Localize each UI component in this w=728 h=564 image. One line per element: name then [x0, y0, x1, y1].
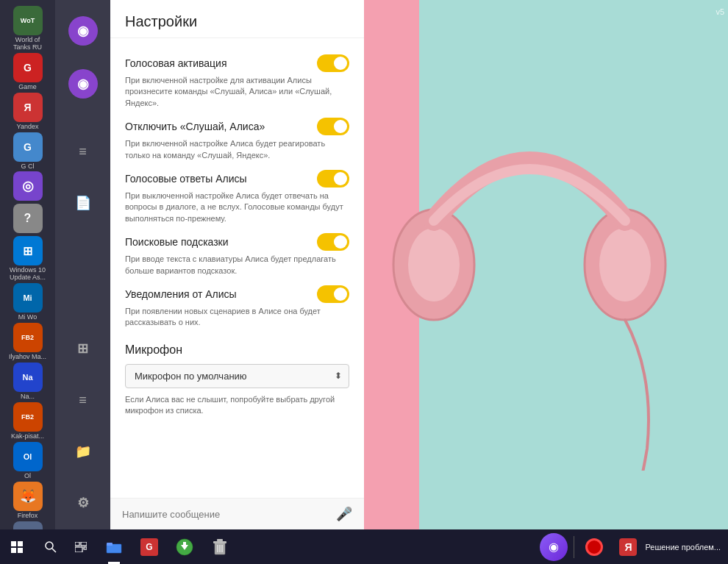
voice-activation-label: Голосовая активация	[125, 57, 227, 69]
sidebar-item-na[interactable]: Na Na...	[3, 363, 53, 401]
recycle-icon	[212, 538, 228, 556]
sidebar-left: WoT World ofTanks RU G Game Я Yandex G G…	[0, 0, 55, 529]
sidebar-item-yandex[interactable]: Я Yandex	[3, 93, 53, 131]
sidebar-label-firefox: Firefox	[18, 513, 38, 520]
sidebar2-item-settings[interactable]: ⚙	[58, 478, 108, 528]
voice-answers-desc: При выключенной настройке Алиса будет от…	[125, 190, 349, 224]
sidebar-label-mi: Mi Wo	[18, 314, 37, 321]
sidebar2-item-2[interactable]: ◉	[58, 59, 108, 109]
notifications-row: Уведомления от Алисы	[125, 285, 349, 303]
sidebar-item-mi[interactable]: Mi Mi Wo	[3, 283, 53, 321]
search-button[interactable]	[34, 529, 68, 564]
sidebar-label-game: Game	[18, 84, 37, 91]
sidebar-item-ol[interactable]: Ol Ol	[3, 442, 53, 480]
sidebar-item-g[interactable]: G G Cl	[3, 132, 53, 171]
mic-hint: Если Алиса вас не слышит, попробуйте выб…	[125, 394, 349, 417]
sidebar-label-yandex: Yandex	[17, 124, 39, 131]
sidebar-item-game[interactable]: G Game	[3, 53, 53, 91]
mic-select-label: Микрофон по умолчанию	[135, 371, 247, 382]
svg-line-5	[52, 549, 56, 552]
disable-listen-desc: При включенной настройке Алиса будет реа…	[125, 138, 349, 161]
search-icon	[45, 541, 57, 553]
taskbar-app-browser1[interactable]: G	[132, 529, 166, 564]
disable-listen-label: Отключить «Слушай, Алиса»	[125, 121, 265, 132]
browser1-icon: G	[140, 538, 158, 556]
mic-select[interactable]: Микрофон по умолчанию ⬍	[125, 364, 349, 388]
taskbar-opera[interactable]	[577, 529, 611, 564]
sidebar-item-fb2-ilyahov[interactable]: FB2 Ilyahov Ma...	[3, 323, 53, 361]
notifications-desc: При появлении новых сценариев в Алисе он…	[125, 306, 349, 329]
svg-rect-16	[213, 541, 226, 543]
sidebar-item-windows-update[interactable]: ⊞ Windows 10Update As...	[3, 236, 53, 282]
desktop: v5 WoT World ofTanks RU G Game Я Yandex …	[0, 0, 728, 564]
sidebar-item-firefox[interactable]: 🦊 Firefox	[3, 482, 53, 520]
voice-answers-toggle[interactable]	[317, 170, 349, 188]
voice-activation-desc: При включенной настройке для активации А…	[125, 75, 349, 109]
voice-answers-label: Голосовые ответы Алисы	[125, 173, 247, 185]
start-button[interactable]	[0, 529, 34, 564]
svg-rect-6	[75, 542, 79, 546]
sidebar2-item-doc[interactable]: 📄	[58, 178, 108, 228]
sidebar-item-wot[interactable]: WoT World ofTanks RU	[3, 6, 53, 51]
sidebar2-item-menu[interactable]: ≡	[58, 126, 108, 176]
svg-rect-17	[217, 539, 223, 541]
microphone-button[interactable]: 🎤	[336, 506, 352, 522]
taskbar-app-recycle[interactable]	[203, 529, 237, 564]
settings-title: Настройки	[110, 0, 364, 38]
task-view-button[interactable]	[68, 529, 94, 564]
version-text: v5	[715, 7, 724, 16]
search-hints-row: Поисковые подсказки	[125, 233, 349, 251]
sidebar-label-wot: World ofTanks RU	[13, 37, 42, 51]
svg-point-4	[46, 542, 53, 549]
svg-rect-11	[107, 543, 113, 546]
disable-listen-row: Отключить «Слушай, Алиса»	[125, 118, 349, 135]
sidebar-label-ol: Ol	[24, 473, 31, 480]
sidebar-label-g: G Cl	[21, 163, 35, 171]
voice-activation-toggle[interactable]	[317, 54, 349, 72]
svg-rect-8	[75, 547, 82, 552]
svg-rect-7	[81, 542, 87, 546]
taskbar-apps: G	[94, 529, 537, 564]
sidebar2-item-grid[interactable]: ⊞	[58, 324, 108, 374]
sidebar-label-fb2-kak: Kak-pisat...	[11, 433, 44, 440]
voice-activation-row: Голосовая активация	[125, 54, 349, 72]
taskbar-explorer[interactable]	[97, 529, 131, 564]
microphone-section-title: Микрофон	[125, 343, 349, 357]
search-hints-desc: При вводе текста с клавиатуры Алиса буде…	[125, 254, 349, 276]
taskbar-tray: Решение проблем...	[645, 543, 728, 551]
sidebar-label-fb2-ilyahov: Ilyahov Ma...	[9, 354, 46, 361]
taskbar-app-download[interactable]	[168, 529, 201, 564]
message-input-area: 🎤	[110, 498, 364, 529]
sidebar-label-na: Na...	[21, 393, 35, 401]
mic-select-wrapper[interactable]: Микрофон по умолчанию ⬍	[125, 364, 349, 388]
settings-panel: Настройки Голосовая активация При включе…	[110, 0, 364, 529]
taskbar-alice-button[interactable]: ◉	[540, 533, 568, 561]
taskbar-divider	[574, 536, 574, 558]
solve-problems-text[interactable]: Решение проблем...	[645, 543, 721, 551]
sidebar-item-help[interactable]: ?	[3, 204, 53, 235]
sidebar-label-windows-update: Windows 10Update As...	[10, 267, 46, 282]
message-input[interactable]	[122, 509, 336, 520]
taskbar-yandex[interactable]: Я	[611, 529, 645, 564]
notifications-toggle[interactable]	[317, 285, 349, 303]
sidebar2-item-folder[interactable]: 📁	[58, 426, 108, 476]
task-view-icon	[75, 542, 87, 552]
voice-answers-row: Голосовые ответы Алисы	[125, 170, 349, 188]
svg-point-1	[408, 228, 460, 301]
notifications-label: Уведомления от Алисы	[125, 288, 237, 300]
sidebar-item-fb2-kak[interactable]: FB2 Kak-pisat...	[3, 402, 53, 440]
sidebar2-item-list[interactable]: ≡	[58, 375, 108, 425]
settings-content: Голосовая активация При включенной настр…	[110, 38, 364, 498]
search-hints-toggle[interactable]	[317, 233, 349, 251]
taskbar: G	[0, 529, 728, 564]
disable-listen-toggle[interactable]	[317, 118, 349, 135]
alice-icon: ◉	[549, 540, 559, 554]
yandex-taskbar-icon: Я	[619, 538, 637, 556]
search-hints-label: Поисковые подсказки	[125, 236, 229, 248]
explorer-icon	[106, 540, 122, 554]
sidebar-item-alice[interactable]: ◎	[3, 171, 53, 202]
headphones-illustration	[375, 44, 684, 471]
mic-select-arrow-icon: ⬍	[335, 371, 342, 381]
sidebar-right: ◉ ◉ ≡ 📄 ⊞ ≡ 📁 ⚙	[55, 0, 110, 529]
sidebar2-item-1[interactable]: ◉	[58, 6, 108, 56]
